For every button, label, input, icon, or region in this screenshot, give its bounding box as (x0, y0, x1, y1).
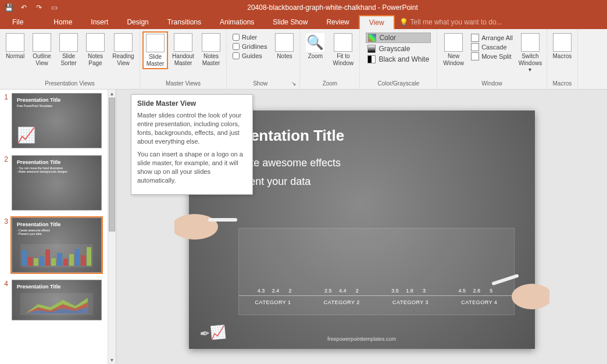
slide-master-button[interactable]: Slide Master (142, 31, 168, 69)
tab-review[interactable]: Review (317, 16, 358, 28)
ribbon-tabs: File Home Insert Design Transitions Anim… (0, 15, 607, 29)
move-split-icon (471, 52, 479, 60)
group-label: Master Views (142, 80, 224, 88)
sorter-icon (59, 33, 78, 52)
group-presentation-views: Normal Outline View Slide Sorter Notes P… (0, 29, 140, 89)
slide-number: 4 (2, 280, 8, 320)
macros-button[interactable]: Macros (549, 31, 575, 62)
group-label: Show↘ (229, 80, 297, 88)
macros-icon (553, 33, 572, 52)
grayscale-button[interactable]: Grayscale (366, 44, 431, 53)
group-master-views: Slide Master Handout Master Notes Master… (140, 29, 227, 89)
handout-master-button[interactable]: Handout Master (169, 31, 197, 68)
bullet-2[interactable]: Present your data (218, 174, 506, 189)
bullet-1[interactable]: Create awesome effects (218, 155, 506, 170)
group-zoom: 🔍Zoom Fit to Window Zoom (300, 29, 360, 89)
cascade-icon (471, 43, 479, 51)
slide-title[interactable]: Presentation Title (218, 127, 506, 145)
new-window-button[interactable]: New Window (440, 31, 467, 68)
notes-master-icon (202, 33, 220, 52)
grayscale-icon (367, 45, 376, 53)
normal-view-button[interactable]: Normal (2, 31, 28, 62)
slide-number: 3 (2, 217, 8, 273)
group-label: Color/Grayscale (362, 80, 434, 88)
fit-window-button[interactable]: Fit to Window (329, 31, 357, 68)
slide-number: 2 (2, 155, 8, 210)
new-window-icon (444, 33, 463, 52)
group-label: Macros (549, 80, 575, 88)
tab-transitions[interactable]: Transitions (158, 16, 210, 28)
notes-page-icon (86, 33, 105, 52)
scroll-thumb[interactable] (109, 98, 115, 231)
cascade-button[interactable]: Cascade (471, 43, 513, 51)
color-icon (368, 34, 376, 42)
start-slideshow-icon[interactable]: ▭ (50, 3, 58, 12)
notes-icon (275, 33, 294, 52)
undo-icon[interactable]: ↶ (20, 3, 28, 12)
slide-number: 1 (2, 93, 8, 148)
scroll-down-icon[interactable]: ▼ (108, 356, 116, 364)
arrange-icon (471, 34, 479, 42)
black-white-button[interactable]: Black and White (366, 55, 431, 64)
gridlines-checkbox[interactable]: Gridlines (233, 43, 267, 50)
group-label: Window (440, 80, 544, 88)
reading-icon (114, 33, 133, 52)
slide-canvas: Slide Master View Master slides control … (116, 90, 607, 364)
notes-button[interactable]: Notes (272, 31, 297, 62)
slide-sorter-button[interactable]: Slide Sorter (56, 31, 81, 68)
group-label: Presentation Views (2, 80, 137, 88)
tab-view[interactable]: View (359, 15, 395, 29)
group-macros: Macros Macros (547, 29, 578, 89)
slide-thumbnail-1[interactable]: Presentation Title Free PowerPoint Templ… (12, 93, 102, 148)
switch-icon (521, 33, 540, 52)
window-title: 20408-blackboard-graph-white-chalkhand -… (58, 3, 607, 12)
ruler-checkbox[interactable]: Ruler (233, 34, 267, 41)
hand-right-illustration (491, 262, 549, 314)
group-window: New Window Arrange All Cascade Move Spli… (437, 29, 547, 89)
ribbon: Normal Outline View Slide Sorter Notes P… (0, 29, 607, 90)
outline-view-button[interactable]: Outline View (29, 31, 55, 68)
bar-chart[interactable]: 4.32.422.54.423.51.834.52.85 CATEGORY 1C… (238, 228, 515, 315)
slide-master-icon (146, 34, 165, 52)
notes-page-button[interactable]: Notes Page (83, 31, 108, 68)
chevron-down-icon: ▾ (529, 66, 531, 73)
save-icon[interactable]: 💾 (5, 3, 13, 12)
outline-icon (33, 33, 51, 52)
svg-point-3 (174, 214, 218, 240)
tab-home[interactable]: Home (44, 16, 81, 28)
guides-checkbox[interactable]: Guides (233, 52, 267, 59)
reading-view-button[interactable]: Reading View (109, 31, 137, 68)
group-color-grayscale: Color Grayscale Black and White Color/Gr… (360, 29, 437, 89)
zoom-button[interactable]: 🔍Zoom (302, 31, 328, 62)
slide-master-tooltip: Slide Master View Master slides control … (131, 94, 253, 195)
group-show: Ruler Gridlines Guides Notes Show↘ (227, 29, 300, 89)
arrange-all-button[interactable]: Arrange All (471, 34, 513, 42)
redo-icon[interactable]: ↷ (35, 3, 43, 12)
handout-master-icon (174, 33, 192, 52)
dialog-launcher-icon[interactable]: ↘ (291, 80, 296, 87)
notes-master-button[interactable]: Notes Master (198, 31, 224, 68)
tab-animations[interactable]: Animations (210, 16, 263, 28)
group-label: Zoom (302, 80, 357, 88)
svg-rect-4 (208, 218, 237, 222)
switch-windows-button[interactable]: Switch Windows ▾ (516, 31, 544, 75)
bw-icon (367, 55, 376, 63)
slide-thumbnail-4[interactable]: Presentation Title (12, 280, 102, 320)
slide-thumbnail-panel: 1 Presentation Title Free PowerPoint Tem… (0, 90, 116, 364)
svg-point-5 (512, 284, 549, 309)
tell-me-search[interactable]: 💡Tell me what you want to do... (399, 18, 502, 26)
tab-insert[interactable]: Insert (81, 16, 117, 28)
tab-design[interactable]: Design (117, 16, 158, 28)
normal-icon (6, 33, 24, 52)
move-split-button[interactable]: Move Split (471, 52, 513, 60)
tab-slideshow[interactable]: Slide Show (263, 16, 317, 28)
title-bar: 💾 ↶ ↷ ▭ 20408-blackboard-graph-white-cha… (0, 0, 607, 15)
slide-footer: freepowerpointtemplates.com (189, 336, 535, 342)
tab-file[interactable]: File (3, 16, 33, 28)
scroll-up-icon[interactable]: ▲ (108, 90, 116, 98)
thumbnail-scrollbar[interactable]: ▲ ▼ (108, 90, 116, 364)
hand-left-illustration (174, 195, 238, 241)
slide-thumbnail-2[interactable]: Presentation Title - You can move the ha… (12, 155, 102, 210)
color-button[interactable]: Color (366, 33, 431, 43)
slide-thumbnail-3[interactable]: Presentation Title - Create awesome effe… (12, 217, 102, 273)
